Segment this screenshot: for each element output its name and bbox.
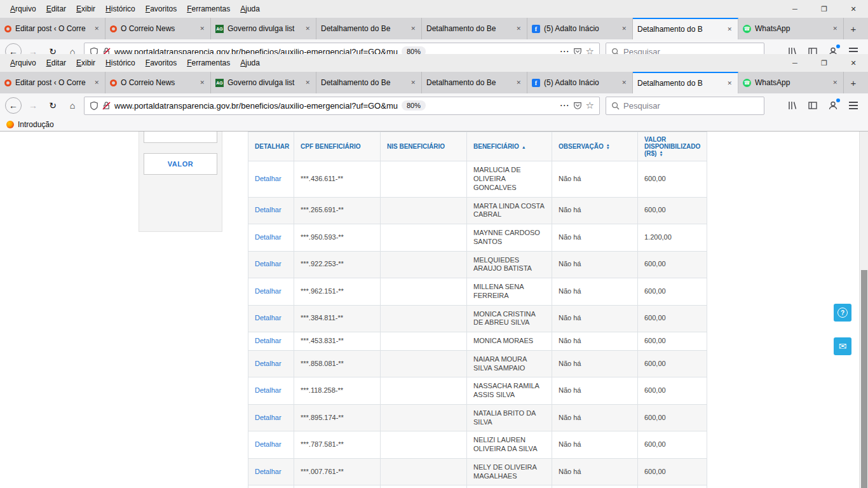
tab-close-icon[interactable]: ✕	[831, 24, 839, 33]
app-menu-icon[interactable]	[846, 98, 860, 112]
tab-close-icon[interactable]: ✕	[620, 78, 628, 87]
search-bar[interactable]: Pesquisar	[606, 43, 764, 55]
account-icon[interactable]	[826, 44, 840, 54]
detalhar-link[interactable]: Detalhar	[255, 260, 281, 268]
restore-button[interactable]: ❐	[810, 54, 839, 72]
restore-button[interactable]: ❐	[810, 0, 839, 18]
column-header[interactable]: DETALHAR	[248, 132, 294, 161]
detalhar-link[interactable]: Detalhar	[255, 360, 281, 367]
valor-filter-button[interactable]: VALOR	[144, 153, 217, 175]
browser-tab[interactable]: AGGoverno divulga list✕	[211, 72, 316, 93]
browser-tab[interactable]: Editar post ‹ O Corre✕	[0, 72, 105, 93]
detalhar-link[interactable]: Detalhar	[255, 440, 281, 448]
menu-editar[interactable]: Editar	[41, 54, 71, 72]
reload-button[interactable]: ↻	[44, 43, 61, 54]
sidebars-icon[interactable]	[806, 44, 820, 54]
filter-input-box[interactable]	[144, 132, 217, 143]
browser-tab[interactable]: O Correio News✕	[105, 18, 211, 39]
browser-tab[interactable]: O Correio News✕	[105, 72, 211, 93]
detalhar-link[interactable]: Detalhar	[255, 175, 281, 182]
app-menu-icon[interactable]	[846, 44, 860, 54]
bookmark-star-icon[interactable]: ☆	[586, 100, 594, 111]
url-bar[interactable]: www.portaldatransparencia.gov.br/benefic…	[84, 97, 600, 115]
detalhar-link[interactable]: Detalhar	[255, 414, 281, 421]
help-button[interactable]: ?	[834, 304, 851, 322]
pocket-icon[interactable]	[573, 47, 582, 54]
home-button[interactable]: ⌂	[64, 43, 81, 54]
detalhar-link[interactable]: Detalhar	[255, 468, 281, 475]
page-actions-icon[interactable]: ⋯	[560, 100, 569, 111]
tab-close-icon[interactable]: ✕	[726, 79, 733, 88]
menu-exibir[interactable]: Exibir	[71, 54, 100, 72]
url-text[interactable]: www.portaldatransparencia.gov.br/benefic…	[114, 47, 398, 55]
column-header[interactable]: VALOR DISPONIBILIZADO (R$)▲▼	[638, 132, 707, 161]
tab-close-icon[interactable]: ✕	[304, 78, 311, 87]
tab-close-icon[interactable]: ✕	[409, 24, 417, 33]
detalhar-link[interactable]: Detalhar	[255, 233, 281, 241]
menu-arquivo[interactable]: Arquivo	[5, 54, 41, 72]
tab-close-icon[interactable]: ✕	[726, 25, 733, 34]
menu-favoritos[interactable]: Favoritos	[140, 54, 182, 72]
close-button[interactable]: ✕	[839, 54, 868, 72]
minimize-button[interactable]: ─	[780, 0, 810, 18]
tab-close-icon[interactable]: ✕	[198, 24, 206, 33]
browser-tab[interactable]: f(5) Adalto Inácio✕	[527, 18, 633, 39]
library-icon[interactable]	[785, 98, 799, 112]
url-bar[interactable]: www.portaldatransparencia.gov.br/benefic…	[84, 43, 600, 55]
tab-close-icon[interactable]: ✕	[93, 24, 100, 33]
browser-tab-active[interactable]: Detalhamento do B✕	[633, 72, 738, 93]
menu-editar[interactable]: Editar	[41, 0, 71, 18]
menu-ajuda[interactable]: Ajuda	[235, 54, 265, 72]
tab-close-icon[interactable]: ✕	[93, 78, 100, 87]
tab-close-icon[interactable]: ✕	[198, 78, 206, 87]
browser-tab[interactable]: Editar post ‹ O Corre✕	[0, 18, 105, 39]
browser-tab-active[interactable]: Detalhamento do B✕	[633, 18, 738, 39]
new-tab-button[interactable]: +	[844, 72, 863, 93]
zoom-level-badge[interactable]: 80%	[402, 46, 426, 54]
tracking-protection-shield-icon[interactable]	[90, 101, 98, 111]
tab-close-icon[interactable]: ✕	[304, 24, 311, 33]
column-header[interactable]: BENEFICIÁRIO▲	[467, 132, 552, 161]
menu-ajuda[interactable]: Ajuda	[235, 0, 265, 18]
library-icon[interactable]	[785, 44, 799, 54]
detalhar-link[interactable]: Detalhar	[255, 206, 281, 214]
zoom-level-badge[interactable]: 80%	[402, 100, 426, 111]
search-bar[interactable]: Pesquisar	[606, 97, 764, 115]
forward-button[interactable]: →	[25, 97, 41, 114]
forward-button[interactable]: →	[25, 43, 41, 54]
tab-close-icon[interactable]: ✕	[515, 78, 522, 87]
tracking-protection-shield-icon[interactable]	[90, 47, 98, 55]
menu-ferramentas[interactable]: Ferramentas	[182, 0, 235, 18]
detalhar-link[interactable]: Detalhar	[255, 337, 281, 344]
menu-arquivo[interactable]: Arquivo	[5, 0, 41, 18]
bookmark-star-icon[interactable]: ☆	[586, 46, 594, 54]
detalhar-link[interactable]: Detalhar	[255, 287, 281, 295]
home-button[interactable]: ⌂	[64, 97, 81, 114]
contact-button[interactable]: ✉	[834, 337, 851, 355]
browser-tab[interactable]: f(5) Adalto Inácio✕	[527, 72, 633, 93]
column-header[interactable]: OBSERVAÇÃO▲▼	[552, 132, 638, 161]
detalhar-link[interactable]: Detalhar	[255, 314, 281, 322]
minimize-button[interactable]: ─	[780, 54, 810, 72]
page-actions-icon[interactable]: ⋯	[560, 46, 569, 54]
menu-favoritos[interactable]: Favoritos	[140, 0, 182, 18]
column-header[interactable]: NIS BENEFICIÁRIO	[381, 132, 467, 161]
new-tab-button[interactable]: +	[844, 18, 863, 39]
menu-exibir[interactable]: Exibir	[71, 0, 100, 18]
bookmark-item[interactable]: Introdução	[18, 120, 54, 129]
menu-ferramentas[interactable]: Ferramentas	[182, 54, 235, 72]
browser-tab[interactable]: Detalhamento do Be✕	[316, 72, 422, 93]
tab-close-icon[interactable]: ✕	[409, 78, 417, 87]
menu-historico[interactable]: Histórico	[100, 54, 140, 72]
account-icon[interactable]	[826, 98, 840, 112]
detalhar-link[interactable]: Detalhar	[255, 386, 281, 394]
reload-button[interactable]: ↻	[44, 97, 61, 114]
browser-tab[interactable]: ☎WhatsApp✕	[738, 72, 844, 93]
url-text[interactable]: www.portaldatransparencia.gov.br/benefic…	[114, 101, 398, 111]
column-header[interactable]: CPF BENEFICIÁRIO	[294, 132, 381, 161]
browser-tab[interactable]: Detalhamento do Be✕	[422, 18, 527, 39]
browser-tab[interactable]: ☎WhatsApp✕	[738, 18, 844, 39]
tab-close-icon[interactable]: ✕	[620, 24, 628, 33]
browser-tab[interactable]: AGGoverno divulga list✕	[211, 18, 316, 39]
browser-tab[interactable]: Detalhamento do Be✕	[422, 72, 527, 93]
